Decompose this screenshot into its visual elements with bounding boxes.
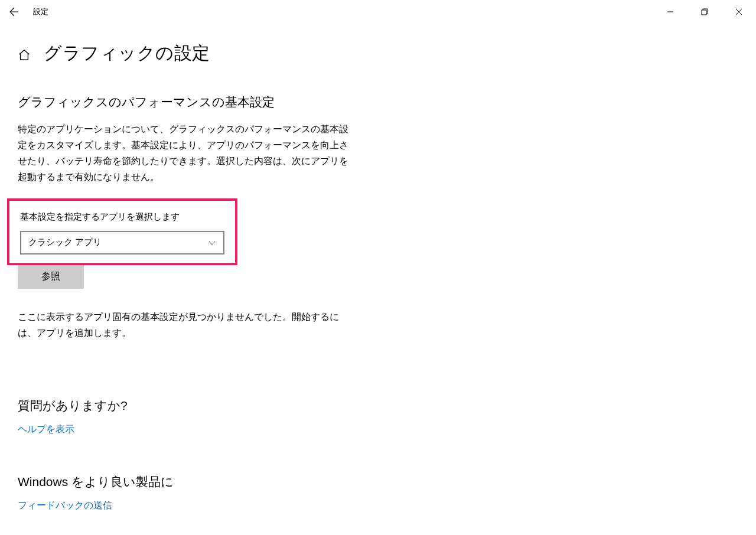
browse-button[interactable]: 参照 bbox=[18, 265, 84, 289]
close-button[interactable] bbox=[722, 0, 756, 24]
feedback-link[interactable]: フィードバックの送信 bbox=[18, 500, 112, 510]
highlight-box: 基本設定を指定するアプリを選択します クラシック アプリ bbox=[7, 198, 237, 265]
maximize-icon bbox=[701, 8, 708, 15]
section-title: グラフィックスのパフォーマンスの基本設定 bbox=[18, 94, 738, 110]
dropdown-selected-value: クラシック アプリ bbox=[28, 237, 102, 248]
feedback-section: Windows をより良い製品に フィードバックの送信 bbox=[18, 474, 738, 512]
window-controls bbox=[653, 0, 756, 24]
close-icon bbox=[735, 8, 742, 15]
dropdown-label: 基本設定を指定するアプリを選択します bbox=[20, 211, 224, 223]
description-text: 特定のアプリケーションについて、グラフィックスのパフォーマンスの基本設定をカスタ… bbox=[18, 121, 348, 185]
page-header: グラフィックの設定 bbox=[18, 41, 738, 66]
minimize-button[interactable] bbox=[653, 0, 687, 24]
minimize-icon bbox=[667, 8, 674, 15]
feedback-heading: Windows をより良い製品に bbox=[18, 474, 738, 490]
maximize-button[interactable] bbox=[687, 0, 722, 24]
chevron-down-icon bbox=[208, 239, 216, 247]
content-area: グラフィックの設定 グラフィックスのパフォーマンスの基本設定 特定のアプリケーシ… bbox=[0, 24, 756, 512]
window-title: 設定 bbox=[33, 6, 48, 17]
status-text: ここに表示するアプリ固有の基本設定が見つかりませんでした。開始するには、アプリを… bbox=[18, 309, 348, 341]
help-heading: 質問がありますか? bbox=[18, 397, 738, 414]
help-link[interactable]: ヘルプを表示 bbox=[18, 424, 74, 434]
back-button[interactable] bbox=[0, 0, 28, 24]
svg-rect-1 bbox=[702, 10, 706, 15]
back-arrow-icon bbox=[9, 7, 19, 17]
home-icon[interactable] bbox=[18, 48, 31, 61]
page-title: グラフィックの設定 bbox=[44, 41, 210, 66]
help-section: 質問がありますか? ヘルプを表示 bbox=[18, 397, 738, 436]
app-type-dropdown[interactable]: クラシック アプリ bbox=[20, 231, 224, 255]
titlebar: 設定 bbox=[0, 0, 756, 24]
